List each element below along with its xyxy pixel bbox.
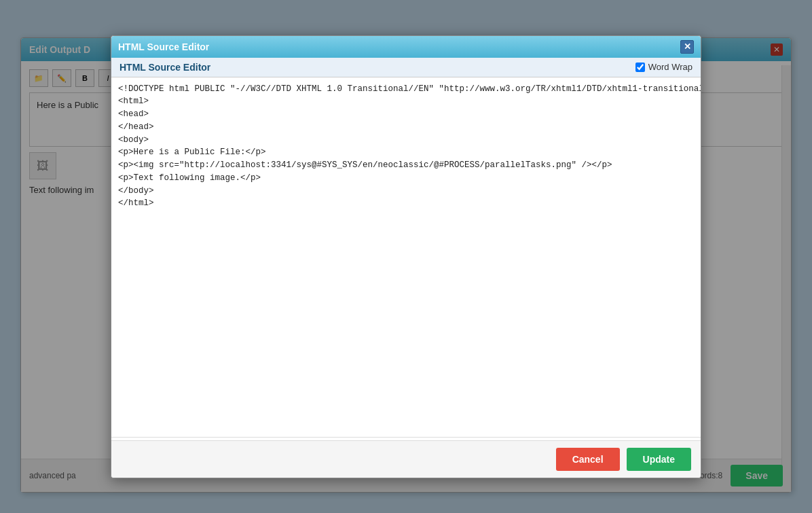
wordwrap-checkbox[interactable]	[635, 63, 645, 72]
modal-close-button[interactable]: ✕	[680, 40, 694, 54]
code-editor-textarea[interactable]	[111, 77, 701, 438]
modal-titlebar: HTML Source Editor ✕	[111, 36, 701, 58]
update-button[interactable]: Update	[627, 448, 691, 471]
modal-title: HTML Source Editor	[118, 41, 209, 52]
modal-subheader-title: HTML Source Editor	[119, 62, 210, 73]
modal-footer: Cancel Update	[111, 440, 701, 478]
modal-editor-area	[111, 77, 701, 440]
cancel-button[interactable]: Cancel	[556, 448, 620, 471]
modal-overlay: HTML Source Editor ✕ HTML Source Editor …	[0, 0, 812, 513]
modal-subheader: HTML Source Editor Word Wrap	[111, 58, 701, 77]
wordwrap-label: Word Wrap	[648, 62, 693, 72]
wordwrap-row: Word Wrap	[635, 62, 693, 72]
html-source-editor-modal: HTML Source Editor ✕ HTML Source Editor …	[111, 35, 701, 478]
